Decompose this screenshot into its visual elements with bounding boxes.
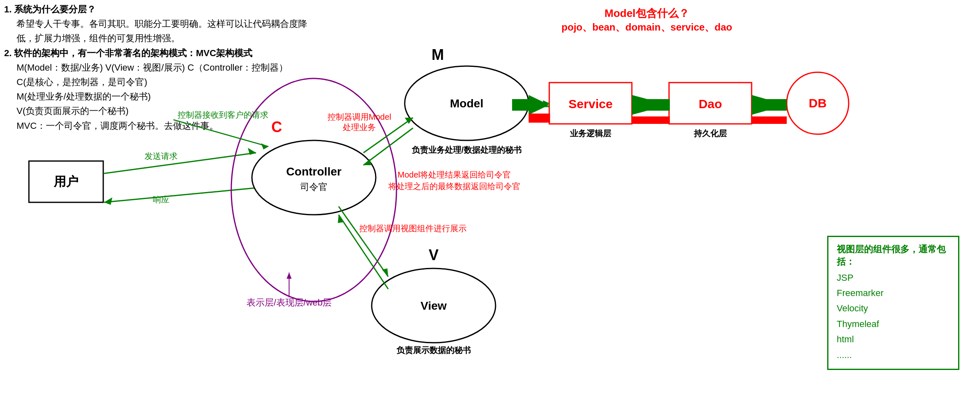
- svg-marker-15: [261, 143, 268, 149]
- svg-marker-64: [287, 273, 292, 279]
- svg-marker-61: [338, 215, 344, 223]
- svg-text:司令官: 司令官: [300, 182, 327, 192]
- view-layer-box-title: 视图层的组件很多，通常包括：: [837, 243, 950, 268]
- svg-text:发送请求: 发送请求: [145, 152, 178, 161]
- svg-rect-41: [752, 99, 773, 111]
- svg-text:控制器调用视图组件进行展示: 控制器调用视图组件进行展示: [359, 224, 467, 233]
- svg-text:响应: 响应: [153, 195, 169, 204]
- line-8: MVC：一个司令官，调度两个秘书。去做这件事。: [17, 119, 318, 133]
- line-4: M(Model：数据/业务) V(View：视图/展示) C（Controlle…: [17, 60, 318, 75]
- model-annotation: Model包含什么？ pojo、bean、domain、service、dao: [562, 6, 732, 34]
- svg-text:Dao: Dao: [699, 97, 722, 111]
- svg-text:表示层/表现层/web层: 表示层/表现层/web层: [247, 297, 332, 308]
- svg-text:将处理之后的最终数据返回给司令官: 将处理之后的最终数据返回给司令官: [388, 182, 520, 191]
- view-layer-item-2: Freemarker: [837, 285, 950, 301]
- svg-rect-52: [752, 116, 787, 124]
- svg-line-60: [339, 215, 388, 289]
- svg-marker-44: [632, 116, 669, 124]
- text-section: 1. 系统为什么要分层？ 希望专人干专事。各司其职。职能分工要明确。这样可以让代…: [4, 2, 318, 133]
- svg-rect-45: [632, 116, 670, 124]
- line-6: M(处理业务/处理数据的一个秘书): [17, 89, 318, 104]
- svg-rect-50: [752, 99, 787, 111]
- svg-text:持久化层: 持久化层: [693, 129, 727, 138]
- svg-marker-21: [405, 118, 413, 124]
- svg-text:Service: Service: [569, 97, 613, 111]
- svg-line-5: [104, 188, 256, 202]
- svg-text:处理业务: 处理业务: [343, 123, 376, 132]
- svg-text:业务逻辑层: 业务逻辑层: [570, 129, 612, 138]
- svg-rect-28: [549, 83, 632, 124]
- svg-rect-43: [632, 99, 670, 111]
- svg-text:DB: DB: [809, 96, 826, 110]
- svg-line-2: [104, 153, 256, 173]
- svg-rect-0: [29, 161, 103, 202]
- view-layer-box: 视图层的组件很多，通常包括： JSP Freemarker Velocity T…: [827, 236, 959, 370]
- model-annotation-title: Model包含什么？: [562, 6, 732, 21]
- svg-rect-38: [669, 83, 752, 124]
- view-layer-item-4: Thymeleaf: [837, 316, 950, 332]
- svg-marker-31: [543, 100, 549, 106]
- svg-marker-33: [529, 95, 549, 115]
- svg-marker-35: [529, 114, 549, 122]
- svg-text:控制器调用Model: 控制器调用Model: [327, 112, 391, 121]
- line-2: 希望专人干专事。各司其职。职能分工要明确。这样可以让代码耦合度降低，扩展力增强，…: [17, 17, 318, 45]
- view-layer-item-5: html: [837, 332, 950, 347]
- view-layer-item-3: Velocity: [837, 301, 950, 316]
- svg-marker-42: [632, 95, 669, 115]
- svg-text:V: V: [429, 247, 439, 263]
- svg-marker-40: [752, 95, 772, 115]
- svg-text:负责业务处理/数据处理的秘书: 负责业务处理/数据处理的秘书: [411, 145, 522, 154]
- svg-rect-34: [512, 99, 529, 111]
- model-annotation-subtitle: pojo、bean、domain、service、dao: [562, 21, 732, 34]
- svg-text:View: View: [420, 299, 447, 312]
- svg-marker-51: [752, 116, 787, 124]
- svg-line-20: [363, 118, 413, 153]
- svg-rect-36: [529, 114, 550, 123]
- line-5: C(是核心，是控制器，是司令官): [17, 75, 318, 89]
- svg-point-47: [787, 72, 849, 134]
- svg-marker-49: [752, 95, 787, 115]
- line-3: 2. 软件的架构中，有一个非常著名的架构模式：MVC架构模式: [4, 46, 318, 60]
- svg-point-53: [372, 268, 496, 343]
- svg-marker-58: [382, 268, 388, 277]
- svg-text:Model将处理结果返回给司令官: Model将处理结果返回给司令官: [398, 170, 511, 179]
- svg-line-57: [339, 206, 388, 277]
- svg-marker-6: [104, 197, 112, 205]
- view-layer-item-1: JSP: [837, 270, 950, 285]
- svg-marker-3: [248, 148, 256, 155]
- svg-text:M: M: [432, 46, 444, 63]
- svg-text:负责展示数据的秘书: 负责展示数据的秘书: [396, 346, 471, 355]
- svg-marker-25: [363, 159, 372, 165]
- svg-text:Model: Model: [450, 97, 484, 110]
- page-container: 1. 系统为什么要分层？ 希望专人干专事。各司其职。职能分工要明确。这样可以让代…: [0, 0, 980, 403]
- line-1: 1. 系统为什么要分层？: [4, 2, 318, 17]
- svg-text:Controller: Controller: [286, 165, 342, 178]
- svg-text:用户: 用户: [53, 175, 78, 188]
- view-layer-item-6: ......: [837, 347, 950, 363]
- svg-line-24: [363, 128, 413, 165]
- svg-point-9: [252, 140, 376, 215]
- line-7: V(负责页面展示的一个秘书): [17, 104, 318, 118]
- svg-point-16: [405, 66, 529, 140]
